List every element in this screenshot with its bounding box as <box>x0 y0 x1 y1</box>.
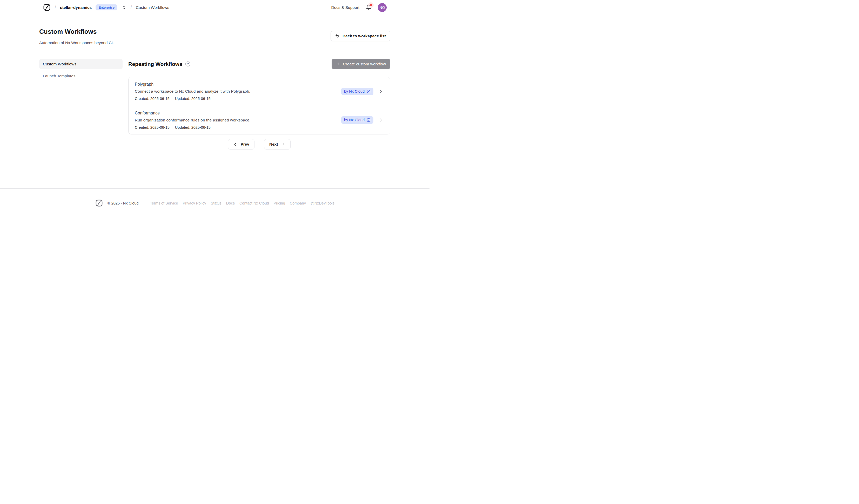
notifications-button[interactable] <box>366 5 371 10</box>
by-nx-cloud-badge: by Nx Cloud <box>341 116 373 124</box>
workflow-updated: Updated: 2025-06-15 <box>175 96 211 101</box>
breadcrumb-separator: / <box>55 4 56 10</box>
workflow-name: Polygraph <box>135 81 250 87</box>
workflows-list: Polygraph Connect a workspace to Nx Clou… <box>128 77 390 135</box>
enterprise-plan-badge: Enterprise <box>95 4 117 11</box>
footer-link-status[interactable]: Status <box>211 201 222 205</box>
return-arrow-icon <box>335 34 340 39</box>
workspace-selector-button[interactable] <box>122 5 127 10</box>
chevron-left-icon <box>233 142 237 147</box>
back-to-workspace-list-button[interactable]: Back to workspace list <box>331 31 390 41</box>
workflow-row-polygraph[interactable]: Polygraph Connect a workspace to Nx Clou… <box>129 77 390 106</box>
by-nx-cloud-badge: by Nx Cloud <box>341 88 373 95</box>
nx-cloud-logo-icon <box>367 90 371 93</box>
plus-icon <box>336 62 341 66</box>
breadcrumb-separator: / <box>131 4 132 10</box>
create-custom-workflow-button[interactable]: Create custom workflow <box>332 59 390 69</box>
prev-page-button[interactable]: Prev <box>228 139 255 150</box>
nx-cloud-logo-icon[interactable] <box>43 3 51 12</box>
user-avatar[interactable]: NO <box>378 3 387 12</box>
pagination: Prev Next <box>128 139 390 150</box>
footer-link-nxdevtools[interactable]: @NxDevTools <box>311 201 334 205</box>
workflow-description: Connect a workspace to Nx Cloud and anal… <box>135 89 250 94</box>
nx-cloud-logo-footer-icon <box>95 199 103 207</box>
workflow-meta: Created: 2025-06-15 Updated: 2025-06-15 <box>135 96 250 101</box>
page-header: Custom Workflows Automation of Nx Worksp… <box>39 15 390 45</box>
main-panel: Repeating Workflows ? Create custom work… <box>128 59 390 150</box>
section-title: Repeating Workflows ? <box>128 61 190 67</box>
section-title-text: Repeating Workflows <box>128 61 182 67</box>
chevron-right-icon <box>378 89 383 94</box>
back-button-label: Back to workspace list <box>343 34 386 39</box>
badge-label: by Nx Cloud <box>344 118 365 122</box>
page-title: Custom Workflows <box>39 28 114 35</box>
top-navigation-bar: / stellar-dynamics Enterprise / Custom W… <box>0 0 430 15</box>
topbar-actions: Docs & Support NO <box>331 3 387 12</box>
footer-link-contact[interactable]: Contact Nx Cloud <box>239 201 269 205</box>
docs-support-link[interactable]: Docs & Support <box>331 5 359 10</box>
workflow-updated: Updated: 2025-06-15 <box>175 125 211 130</box>
footer-link-docs[interactable]: Docs <box>226 201 235 205</box>
prev-label: Prev <box>240 142 249 147</box>
sidebar-item-launch-templates[interactable]: Launch Templates <box>39 71 123 81</box>
help-icon[interactable]: ? <box>185 61 190 66</box>
chevron-selector-vertical-icon <box>122 5 126 10</box>
workflow-created: Created: 2025-06-15 <box>135 125 169 130</box>
badge-label: by Nx Cloud <box>344 90 365 93</box>
breadcrumb-current-page[interactable]: Custom Workflows <box>136 5 169 10</box>
footer-links: Terms of Service Privacy Policy Status D… <box>150 201 335 205</box>
nx-cloud-logo-icon <box>367 118 371 122</box>
workflow-created: Created: 2025-06-15 <box>135 96 169 101</box>
app-root: / stellar-dynamics Enterprise / Custom W… <box>0 0 430 207</box>
avatar-initials: NO <box>379 5 385 10</box>
page-subtitle: Automation of Nx Workspaces beyond CI. <box>39 40 114 45</box>
copyright-text: © 2025 - Nx Cloud <box>107 201 139 205</box>
next-page-button[interactable]: Next <box>264 139 290 150</box>
settings-sidebar: Custom Workflows Launch Templates <box>39 59 123 150</box>
next-label: Next <box>269 142 278 147</box>
workflow-name: Conformance <box>135 110 250 116</box>
workflow-meta: Created: 2025-06-15 Updated: 2025-06-15 <box>135 125 250 130</box>
footer-link-pricing[interactable]: Pricing <box>274 201 285 205</box>
workflow-description: Run organization conformance rules on th… <box>135 117 250 123</box>
create-button-label: Create custom workflow <box>343 62 386 66</box>
footer-link-company[interactable]: Company <box>290 201 306 205</box>
page-footer: © 2025 - Nx Cloud Terms of Service Priva… <box>0 189 430 207</box>
workflow-row-conformance[interactable]: Conformance Run organization conformance… <box>129 106 390 134</box>
breadcrumb: / stellar-dynamics Enterprise / Custom W… <box>43 3 169 12</box>
sidebar-item-custom-workflows[interactable]: Custom Workflows <box>39 59 123 69</box>
footer-link-terms[interactable]: Terms of Service <box>150 201 178 205</box>
chevron-right-icon <box>282 142 285 147</box>
notification-dot <box>370 4 372 6</box>
breadcrumb-workspace-link[interactable]: stellar-dynamics <box>60 5 92 10</box>
chevron-right-icon <box>378 118 383 122</box>
footer-link-privacy[interactable]: Privacy Policy <box>183 201 206 205</box>
